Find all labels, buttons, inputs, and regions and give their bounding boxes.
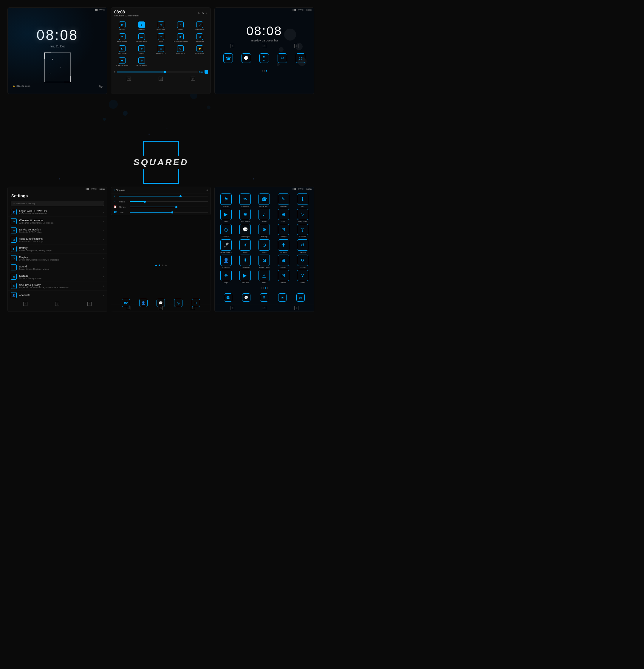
app-backup[interactable]: ↺ Backup (294, 239, 312, 253)
back-button-settings[interactable]: ◁ (23, 302, 27, 306)
home-button-ag[interactable]: □ (262, 306, 266, 310)
app-appgallery[interactable]: ❀ AppGallery (236, 209, 254, 223)
ag-dock-apps[interactable]: ⣿ (260, 293, 268, 302)
recent-button-notif[interactable]: ▷ (191, 76, 195, 81)
brightness-thumb[interactable] (164, 71, 166, 73)
home-button-settings[interactable]: □ (55, 302, 59, 306)
tile-sound[interactable]: ♪ Sound (171, 20, 190, 32)
settings-icon[interactable]: ⚙ (202, 12, 204, 15)
app-youtube[interactable]: ▶ YouTube (236, 270, 254, 284)
settings-item-device[interactable]: ⊞ Device connection Bluetooth, NFC, Prin… (8, 226, 107, 235)
recent-button-ag[interactable]: ▷ (294, 306, 298, 310)
calls-thumb[interactable] (171, 211, 173, 213)
calls-track[interactable] (130, 212, 208, 213)
app-phone-clone[interactable]: ⊠ Phone Clone (255, 255, 273, 269)
edit-icon[interactable]: ✎ (198, 12, 200, 15)
tile-ultra-battery[interactable]: ⚡ Ultra battery (190, 44, 209, 55)
app-phone-manager[interactable]: ☎ Phone Man... (255, 194, 273, 208)
tile-screen-recording[interactable]: ⏺ Screen recording (113, 56, 131, 67)
app-torch[interactable]: ☀ Torch (236, 239, 254, 253)
app-drive[interactable]: △ Drive (255, 270, 273, 284)
app-gallery-2[interactable]: ⊞ Gallery (275, 255, 292, 269)
settings-item-huawei-id[interactable]: 👤 Log in with HUAWEI ID Access more Huaw… (8, 208, 107, 217)
dock-email[interactable]: ✉ (277, 53, 287, 63)
settings-item-wireless[interactable]: ⊕ Wireless & networks Wi-Fi, Dual SIM se… (8, 217, 107, 226)
tile-huawei[interactable]: H Huawei (113, 20, 131, 32)
back-button-notif[interactable]: ◁ (127, 76, 131, 81)
app-google[interactable]: G Google (294, 255, 312, 269)
app-photos[interactable]: ⊡ Photos (275, 270, 292, 284)
app-notepad[interactable]: ✎ Notepad (275, 194, 292, 208)
brightness-control[interactable]: ☀ Auto (111, 69, 211, 75)
app-maps[interactable]: ⊕ Maps (217, 270, 235, 284)
tile-floating-dock[interactable]: ⊞ Floating dock (152, 44, 170, 55)
tile-airplane[interactable]: ✈ Airplane Mode (113, 32, 131, 44)
recent-button-settings[interactable]: ▷ (87, 302, 91, 306)
dock-phone[interactable]: ☎ (223, 53, 233, 63)
app-video[interactable]: ▶ Video (217, 209, 235, 223)
brightness-track[interactable] (117, 72, 198, 72)
tile-do-not-disturb[interactable]: ⊘ Do not disturb (132, 56, 151, 67)
app-gallery[interactable]: ⊡ Gallery + (275, 224, 292, 238)
app-chrome[interactable]: ◎ Chrome (294, 224, 312, 238)
app-files[interactable]: ⊞ Files (275, 209, 292, 223)
tile-mirror-share[interactable]: ⊙ MirrorShare (171, 44, 190, 55)
camera-icon[interactable]: ◎ (99, 84, 103, 88)
ag-dock-camera[interactable]: ◎ (296, 293, 305, 302)
app-play-store[interactable]: ▷ Play Store (294, 209, 312, 223)
home-button-dark[interactable]: □ (159, 306, 163, 310)
alarms-thumb[interactable] (175, 206, 177, 208)
back-button-dark[interactable]: ◁ (127, 306, 131, 310)
app-tips[interactable]: ℹ Tips (294, 194, 312, 208)
ringtone-thumb[interactable] (180, 195, 182, 197)
home-button-notif[interactable]: □ (159, 76, 163, 81)
settings-item-apps[interactable]: ⊡ Apps & notifications Permissions, Defa… (8, 235, 107, 244)
home-button-home[interactable]: □ (262, 44, 266, 48)
google-icon: G (297, 255, 308, 266)
settings-item-storage[interactable]: ⊠ Storage Memory, Storage cleaner › (8, 272, 107, 282)
app-messenger[interactable]: 💬 Messenger (236, 224, 254, 238)
app-compass[interactable]: ✚ Compass (275, 239, 292, 253)
app-calendar[interactable]: 25 Calendar (236, 194, 254, 208)
app-mirror[interactable]: ⊙ Mirror (255, 239, 273, 253)
back-button-ag[interactable]: ◁ (230, 306, 234, 310)
app-settings[interactable]: ⚙ Settings (255, 224, 273, 238)
volume-collapse-icon[interactable]: ∧ (206, 188, 208, 192)
app-sound-recorder[interactable]: 🎤 Sound Reco... (217, 239, 235, 253)
tile-hotspot[interactable]: ⊕ Hotspot (132, 44, 151, 55)
tile-eye-comfort[interactable]: ◐ Eye comfort (113, 44, 131, 55)
settings-item-security[interactable]: ⊛ Security & privacy Fingerprint ID, Fac… (8, 282, 107, 291)
ringtone-track[interactable] (119, 196, 208, 197)
tile-location[interactable]: ◉ Location information (171, 32, 190, 44)
tile-mobile-data[interactable]: M Mobile data (152, 20, 170, 32)
tile-huawei-share[interactable]: ☁ Huawei Share (132, 32, 151, 44)
recent-button-dark[interactable]: ▷ (191, 306, 195, 310)
back-button-home[interactable]: ◁ (230, 44, 234, 48)
collapse-icon[interactable]: ∧ (205, 12, 207, 15)
tile-torch[interactable]: ☀ Torch (152, 32, 170, 44)
ag-dock-phone[interactable]: ☎ (224, 293, 232, 302)
settings-item-sound[interactable]: ♪ Sound Do not disturb, Ringtone, Vibrat… (8, 263, 107, 272)
app-contacts[interactable]: 👤 Contacts (217, 255, 235, 269)
settings-item-accounts[interactable]: 👤 Accounts › (8, 291, 107, 300)
settings-item-display[interactable]: ◻ Display Eye comfort, Home screen style… (8, 254, 107, 263)
media-thumb[interactable] (144, 201, 146, 203)
app-clock[interactable]: ◷ Clock + (217, 224, 235, 238)
app-viber[interactable]: V Viber (294, 270, 312, 284)
dock-messages[interactable]: 💬 (242, 53, 251, 63)
settings-item-battery[interactable]: ▮ Battery Power saving mode, Battery usa… (8, 244, 107, 254)
tile-screenshot[interactable]: ⊡ Screenshot (190, 32, 209, 44)
app-music[interactable]: ♫ Music (255, 209, 273, 223)
dock-camera[interactable]: ◎ (296, 53, 305, 63)
ag-dock-messages[interactable]: 💬 (242, 293, 251, 302)
app-themes[interactable]: ⚑ Themes (217, 194, 235, 208)
brightness-auto-toggle[interactable] (204, 70, 208, 74)
settings-search-bar[interactable]: ⌕ Search for setting... (11, 201, 104, 206)
dock-apps[interactable]: ⣿ (259, 53, 269, 63)
media-track[interactable] (130, 201, 208, 202)
tile-bluetooth[interactable]: B Bluetooth (132, 20, 151, 32)
alarms-track[interactable] (130, 207, 208, 207)
ag-dock-email[interactable]: ✉ (278, 293, 287, 302)
app-downloads[interactable]: ⬇ Downloads (236, 255, 254, 269)
tile-auto-rotate[interactable]: ↺ Auto Rotate (190, 20, 209, 32)
